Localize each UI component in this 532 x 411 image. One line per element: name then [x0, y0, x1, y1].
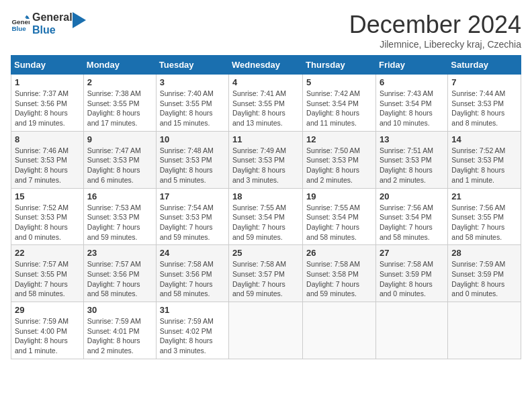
day-detail: Sunrise: 7:58 AM Sunset: 3:57 PM Dayligh…: [232, 259, 299, 299]
calendar-week-row: 15Sunrise: 7:52 AM Sunset: 3:53 PM Dayli…: [11, 188, 521, 245]
calendar-day-cell: 1Sunrise: 7:37 AM Sunset: 3:56 PM Daylig…: [11, 75, 84, 132]
calendar-day-cell: 5Sunrise: 7:42 AM Sunset: 3:54 PM Daylig…: [303, 75, 376, 132]
calendar-day-cell: 6Sunrise: 7:43 AM Sunset: 3:54 PM Daylig…: [375, 75, 447, 132]
day-number: 12: [306, 134, 372, 144]
day-number: 27: [380, 248, 444, 258]
day-detail: Sunrise: 7:59 AM Sunset: 4:02 PM Dayligh…: [160, 316, 225, 356]
calendar-day-cell: 25Sunrise: 7:58 AM Sunset: 3:57 PM Dayli…: [229, 245, 303, 302]
day-detail: Sunrise: 7:54 AM Sunset: 3:53 PM Dayligh…: [160, 203, 225, 242]
day-number: 5: [306, 77, 372, 87]
day-detail: Sunrise: 7:52 AM Sunset: 3:53 PM Dayligh…: [15, 203, 80, 242]
calendar-day-cell: 26Sunrise: 7:58 AM Sunset: 3:58 PM Dayli…: [303, 245, 376, 302]
day-number: 31: [160, 305, 225, 315]
day-detail: Sunrise: 7:57 AM Sunset: 3:56 PM Dayligh…: [87, 259, 152, 299]
calendar-week-row: 1Sunrise: 7:37 AM Sunset: 3:56 PM Daylig…: [11, 75, 521, 132]
day-number: 21: [451, 191, 517, 201]
day-number: 2: [87, 77, 152, 87]
calendar-day-cell: 24Sunrise: 7:58 AM Sunset: 3:56 PM Dayli…: [156, 245, 228, 302]
day-detail: Sunrise: 7:43 AM Sunset: 3:54 PM Dayligh…: [380, 89, 444, 128]
day-detail: Sunrise: 7:47 AM Sunset: 3:53 PM Dayligh…: [87, 146, 152, 185]
day-number: 7: [451, 77, 517, 87]
day-detail: Sunrise: 7:44 AM Sunset: 3:53 PM Dayligh…: [451, 89, 517, 128]
weekday-header-tuesday: Tuesday: [156, 56, 228, 75]
svg-text:Blue: Blue: [11, 25, 26, 32]
calendar-day-cell: 9Sunrise: 7:47 AM Sunset: 3:53 PM Daylig…: [83, 131, 156, 188]
weekday-header-thursday: Thursday: [303, 56, 376, 75]
calendar-week-row: 8Sunrise: 7:46 AM Sunset: 3:53 PM Daylig…: [11, 131, 521, 188]
day-number: 19: [306, 191, 372, 201]
day-number: 20: [380, 191, 444, 201]
calendar-day-cell: 15Sunrise: 7:52 AM Sunset: 3:53 PM Dayli…: [11, 188, 84, 245]
weekday-header-friday: Friday: [375, 56, 447, 75]
weekday-header-wednesday: Wednesday: [229, 56, 303, 75]
day-number: 16: [87, 191, 152, 201]
location: Jilemnice, Liberecky kraj, Czechia: [349, 39, 521, 50]
day-detail: Sunrise: 7:59 AM Sunset: 4:00 PM Dayligh…: [15, 316, 80, 356]
day-number: 25: [232, 248, 299, 258]
day-number: 11: [232, 134, 299, 144]
calendar-day-cell: 20Sunrise: 7:56 AM Sunset: 3:54 PM Dayli…: [375, 188, 447, 245]
day-number: 9: [87, 134, 152, 144]
weekday-header-sunday: Sunday: [11, 56, 84, 75]
day-detail: Sunrise: 7:38 AM Sunset: 3:55 PM Dayligh…: [87, 89, 152, 128]
day-detail: Sunrise: 7:55 AM Sunset: 3:54 PM Dayligh…: [232, 203, 299, 242]
calendar-header-row: SundayMondayTuesdayWednesdayThursdayFrid…: [11, 56, 521, 75]
calendar-day-cell: 19Sunrise: 7:55 AM Sunset: 3:54 PM Dayli…: [303, 188, 376, 245]
calendar-day-cell: 4Sunrise: 7:41 AM Sunset: 3:55 PM Daylig…: [229, 75, 303, 132]
day-number: 29: [15, 305, 80, 315]
calendar-day-cell: 22Sunrise: 7:57 AM Sunset: 3:55 PM Dayli…: [11, 245, 84, 302]
calendar-day-cell: 27Sunrise: 7:58 AM Sunset: 3:59 PM Dayli…: [375, 245, 447, 302]
day-number: 15: [15, 191, 80, 201]
day-number: 8: [15, 134, 80, 144]
day-detail: Sunrise: 7:42 AM Sunset: 3:54 PM Dayligh…: [306, 89, 372, 128]
day-detail: Sunrise: 7:58 AM Sunset: 3:59 PM Dayligh…: [380, 259, 444, 299]
logo-general: General: [32, 11, 73, 24]
calendar-day-cell: 2Sunrise: 7:38 AM Sunset: 3:55 PM Daylig…: [83, 75, 156, 132]
header: General Blue General Blue December 2024 …: [11, 11, 521, 50]
day-detail: Sunrise: 7:53 AM Sunset: 3:53 PM Dayligh…: [87, 203, 152, 242]
svg-marker-4: [73, 12, 86, 28]
day-detail: Sunrise: 7:48 AM Sunset: 3:53 PM Dayligh…: [160, 146, 225, 185]
calendar-day-cell: 23Sunrise: 7:57 AM Sunset: 3:56 PM Dayli…: [83, 245, 156, 302]
calendar-day-cell: 17Sunrise: 7:54 AM Sunset: 3:53 PM Dayli…: [156, 188, 228, 245]
calendar-day-cell: 11Sunrise: 7:49 AM Sunset: 3:53 PM Dayli…: [229, 131, 303, 188]
day-detail: Sunrise: 7:58 AM Sunset: 3:58 PM Dayligh…: [306, 259, 372, 299]
calendar-day-cell: 21Sunrise: 7:56 AM Sunset: 3:55 PM Dayli…: [448, 188, 521, 245]
day-detail: Sunrise: 7:59 AM Sunset: 3:59 PM Dayligh…: [451, 259, 517, 299]
day-detail: Sunrise: 7:56 AM Sunset: 3:54 PM Dayligh…: [380, 203, 444, 242]
calendar-day-cell: [448, 302, 521, 359]
day-number: 23: [87, 248, 152, 258]
day-number: 26: [306, 248, 372, 258]
day-number: 14: [451, 134, 517, 144]
day-detail: Sunrise: 7:58 AM Sunset: 3:56 PM Dayligh…: [160, 259, 225, 299]
day-detail: Sunrise: 7:49 AM Sunset: 3:53 PM Dayligh…: [232, 146, 299, 185]
calendar-body: 1Sunrise: 7:37 AM Sunset: 3:56 PM Daylig…: [11, 75, 521, 359]
calendar-day-cell: 28Sunrise: 7:59 AM Sunset: 3:59 PM Dayli…: [448, 245, 521, 302]
calendar-day-cell: [229, 302, 303, 359]
day-number: 17: [160, 191, 225, 201]
logo-icon: General Blue: [11, 14, 30, 33]
day-detail: Sunrise: 7:59 AM Sunset: 4:01 PM Dayligh…: [87, 316, 152, 356]
weekday-header-monday: Monday: [83, 56, 156, 75]
day-number: 28: [451, 248, 517, 258]
logo-blue: Blue: [32, 24, 73, 36]
calendar-day-cell: 16Sunrise: 7:53 AM Sunset: 3:53 PM Dayli…: [83, 188, 156, 245]
day-number: 10: [160, 134, 225, 144]
calendar-day-cell: 13Sunrise: 7:51 AM Sunset: 3:53 PM Dayli…: [375, 131, 447, 188]
calendar-day-cell: 31Sunrise: 7:59 AM Sunset: 4:02 PM Dayli…: [156, 302, 228, 359]
day-number: 22: [15, 248, 80, 258]
day-detail: Sunrise: 7:50 AM Sunset: 3:53 PM Dayligh…: [306, 146, 372, 185]
logo-arrow-icon: [73, 12, 86, 28]
day-detail: Sunrise: 7:52 AM Sunset: 3:53 PM Dayligh…: [451, 146, 517, 185]
calendar-day-cell: 18Sunrise: 7:55 AM Sunset: 3:54 PM Dayli…: [229, 188, 303, 245]
day-detail: Sunrise: 7:56 AM Sunset: 3:55 PM Dayligh…: [451, 203, 517, 242]
logo: General Blue General Blue: [11, 11, 86, 36]
day-detail: Sunrise: 7:40 AM Sunset: 3:55 PM Dayligh…: [160, 89, 225, 128]
calendar-day-cell: 8Sunrise: 7:46 AM Sunset: 3:53 PM Daylig…: [11, 131, 84, 188]
calendar-week-row: 29Sunrise: 7:59 AM Sunset: 4:00 PM Dayli…: [11, 302, 521, 359]
calendar-day-cell: 3Sunrise: 7:40 AM Sunset: 3:55 PM Daylig…: [156, 75, 228, 132]
day-detail: Sunrise: 7:37 AM Sunset: 3:56 PM Dayligh…: [15, 89, 80, 128]
calendar-day-cell: 12Sunrise: 7:50 AM Sunset: 3:53 PM Dayli…: [303, 131, 376, 188]
day-number: 1: [15, 77, 80, 87]
calendar-day-cell: [303, 302, 376, 359]
